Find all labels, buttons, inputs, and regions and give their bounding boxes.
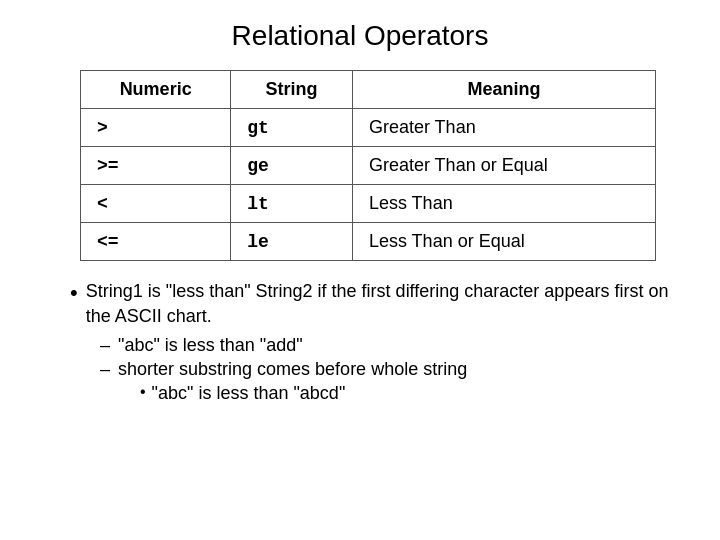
- sub-bullet-dot: •: [140, 383, 146, 401]
- col-header-meaning: Meaning: [352, 71, 655, 109]
- cell-numeric: <=: [81, 223, 231, 261]
- main-bullet-text: String1 is "less than" String2 if the fi…: [86, 279, 680, 329]
- cell-numeric: >=: [81, 147, 231, 185]
- table-row: >=geGreater Than or Equal: [81, 147, 656, 185]
- cell-string: le: [231, 223, 353, 261]
- relational-operators-table: Numeric String Meaning >gtGreater Than>=…: [80, 70, 656, 261]
- cell-string: lt: [231, 185, 353, 223]
- cell-numeric: >: [81, 109, 231, 147]
- cell-meaning: Greater Than: [352, 109, 655, 147]
- cell-numeric: <: [81, 185, 231, 223]
- col-header-numeric: Numeric: [81, 71, 231, 109]
- cell-meaning: Less Than or Equal: [352, 223, 655, 261]
- cell-meaning: Greater Than or Equal: [352, 147, 655, 185]
- main-bullet: • String1 is "less than" String2 if the …: [70, 279, 680, 329]
- page-title: Relational Operators: [40, 20, 680, 52]
- cell-meaning: Less Than: [352, 185, 655, 223]
- sub-bullet-item: •"abc" is less than "abcd": [140, 383, 680, 404]
- dash-symbol: –: [100, 359, 110, 380]
- dash-item: –"abc" is less than "add": [100, 335, 680, 356]
- table-row: >gtGreater Than: [81, 109, 656, 147]
- cell-string: ge: [231, 147, 353, 185]
- sub-bullet-list: •"abc" is less than "abcd": [140, 383, 680, 404]
- table-row: <=leLess Than or Equal: [81, 223, 656, 261]
- cell-string: gt: [231, 109, 353, 147]
- page: Relational Operators Numeric String Mean…: [0, 0, 720, 540]
- dash-item: –shorter substring comes before whole st…: [100, 359, 680, 380]
- dash-symbol: –: [100, 335, 110, 356]
- col-header-string: String: [231, 71, 353, 109]
- bullet-section: • String1 is "less than" String2 if the …: [70, 279, 680, 404]
- table-row: <ltLess Than: [81, 185, 656, 223]
- bullet-dot: •: [70, 279, 78, 308]
- dash-text: "abc" is less than "add": [118, 335, 303, 356]
- sub-bullet-text: "abc" is less than "abcd": [152, 383, 346, 404]
- table-header-row: Numeric String Meaning: [81, 71, 656, 109]
- dash-text: shorter substring comes before whole str…: [118, 359, 467, 380]
- dash-list: –"abc" is less than "add"–shorter substr…: [100, 335, 680, 404]
